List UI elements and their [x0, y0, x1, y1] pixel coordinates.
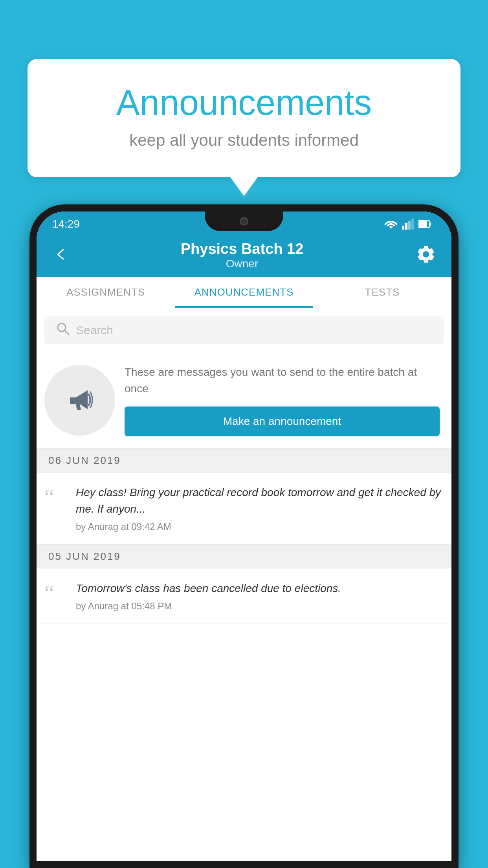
tab-assignments[interactable]: ASSIGNMENTS	[37, 277, 175, 308]
announcement-content-2: Tomorrow's class has been cancelled due …	[76, 580, 444, 612]
quote-icon-1: “	[44, 486, 68, 532]
date-separator-1: 06 JUN 2019	[37, 449, 451, 473]
phone-inner: 14:29	[37, 211, 451, 861]
promo-icon-circle	[44, 365, 115, 436]
app-bar-title: Physics Batch 12	[181, 241, 304, 257]
promo-banner: Announcements keep all your students inf…	[28, 59, 460, 177]
promo-area: These are messages you want to send to t…	[37, 352, 451, 449]
tab-announcements[interactable]: ANNOUNCEMENTS	[175, 277, 313, 308]
announcement-meta-1: by Anurag at 09:42 AM	[76, 521, 444, 532]
tab-tests[interactable]: TESTS	[313, 277, 451, 308]
announcement-text-1: Hey class! Bring your practical record b…	[76, 484, 444, 517]
bubble-subtitle: keep all your students informed	[59, 131, 429, 150]
signal-icon	[402, 219, 414, 230]
speech-bubble: Announcements keep all your students inf…	[28, 59, 460, 177]
settings-button[interactable]	[416, 245, 436, 266]
announcement-content-1: Hey class! Bring your practical record b…	[76, 484, 444, 532]
content-area: Search These are messages you want to se…	[37, 308, 451, 861]
promo-description: These are messages you want to send to t…	[125, 364, 440, 397]
phone-frame: 14:29	[29, 204, 459, 868]
gear-icon	[416, 245, 436, 264]
camera	[240, 217, 248, 226]
quote-icon-2: “	[44, 582, 68, 612]
announcement-meta-2: by Anurag at 05:48 PM	[76, 601, 444, 612]
announcement-item-2[interactable]: “ Tomorrow's class has been cancelled du…	[37, 568, 451, 624]
status-icons	[384, 219, 432, 230]
announcement-text-2: Tomorrow's class has been cancelled due …	[76, 580, 444, 597]
battery-icon	[418, 220, 432, 228]
status-time: 14:29	[52, 218, 80, 230]
date-separator-2: 05 JUN 2019	[37, 544, 451, 568]
search-bar[interactable]: Search	[44, 316, 444, 344]
svg-rect-2	[408, 221, 411, 230]
promo-right: These are messages you want to send to t…	[125, 364, 440, 436]
back-arrow-icon	[52, 246, 68, 262]
svg-rect-5	[429, 223, 431, 226]
app-bar: Physics Batch 12 Owner	[37, 234, 451, 277]
announcement-item-1[interactable]: “ Hey class! Bring your practical record…	[37, 473, 451, 544]
make-announcement-button[interactable]: Make an announcement	[125, 406, 440, 436]
svg-rect-3	[411, 219, 414, 230]
tab-bar: ASSIGNMENTS ANNOUNCEMENTS TESTS	[37, 277, 451, 308]
svg-rect-1	[405, 223, 407, 230]
svg-rect-0	[402, 226, 404, 230]
search-placeholder: Search	[76, 324, 113, 337]
phone-notch	[205, 211, 283, 231]
bubble-title: Announcements	[59, 83, 429, 123]
megaphone-icon	[62, 383, 97, 418]
back-button[interactable]	[52, 246, 68, 264]
wifi-icon	[384, 219, 398, 230]
app-bar-title-group: Physics Batch 12 Owner	[181, 241, 304, 270]
search-icon	[56, 322, 70, 338]
app-bar-subtitle: Owner	[181, 257, 304, 270]
svg-line-8	[65, 331, 69, 335]
svg-rect-6	[418, 221, 427, 227]
